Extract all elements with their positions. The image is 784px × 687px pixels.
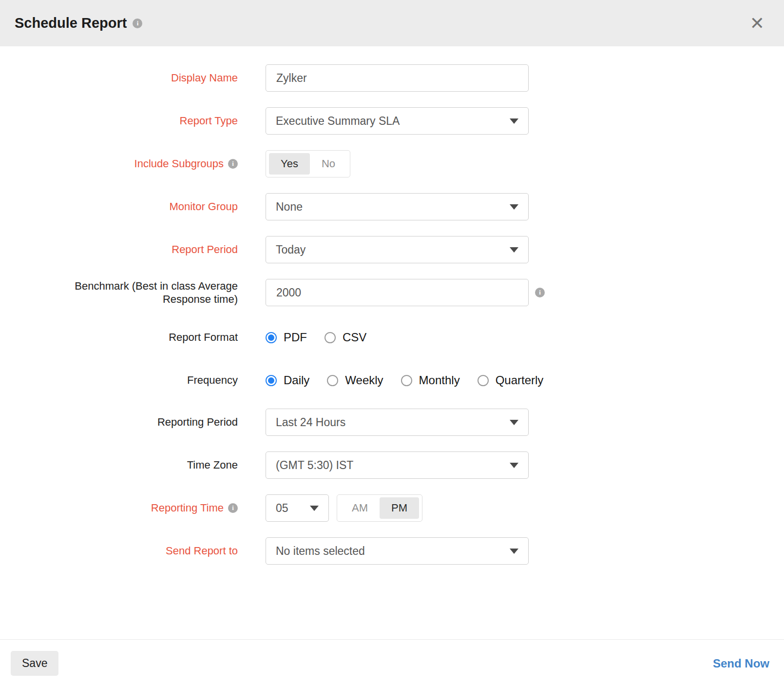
report-format-label: Report Format <box>169 331 238 344</box>
radio-icon[interactable] <box>325 332 336 343</box>
reporting-time-hour-value: 05 <box>276 502 288 515</box>
schedule-report-modal: Schedule Report i ✕ Display Name Report … <box>0 0 784 687</box>
radio-icon[interactable] <box>266 375 277 386</box>
benchmark-label: Benchmark (Best in class Average Respons… <box>52 279 238 306</box>
chevron-down-icon <box>510 204 518 210</box>
info-icon[interactable]: i <box>535 288 545 297</box>
chevron-down-icon <box>310 506 319 511</box>
row-display-name: Display Name <box>0 64 784 92</box>
row-report-period: Report Period Today <box>0 236 784 263</box>
frequency-daily-label: Daily <box>284 373 309 387</box>
reporting-period-select[interactable]: Last 24 Hours <box>266 409 529 436</box>
row-send-report-to: Send Report to No items selected <box>0 537 784 565</box>
row-report-format: Report Format PDF CSV <box>0 331 784 344</box>
frequency-option-daily[interactable]: Daily <box>266 373 309 387</box>
report-format-csv-label: CSV <box>343 331 366 344</box>
close-icon[interactable]: ✕ <box>745 15 769 32</box>
row-benchmark: Benchmark (Best in class Average Respons… <box>0 279 784 306</box>
send-now-link[interactable]: Send Now <box>713 657 769 670</box>
report-type-select[interactable]: Executive Summary SLA <box>266 107 529 135</box>
report-format-pdf-label: PDF <box>284 331 307 344</box>
frequency-option-monthly[interactable]: Monthly <box>401 373 460 387</box>
monitor-group-label: Monitor Group <box>169 200 238 214</box>
include-subgroups-label-col: Include Subgroups i <box>0 157 238 171</box>
benchmark-label-col: Benchmark (Best in class Average Respons… <box>0 279 238 306</box>
time-zone-label-col: Time Zone <box>0 458 238 472</box>
info-icon[interactable]: i <box>228 159 238 169</box>
frequency-option-quarterly[interactable]: Quarterly <box>478 373 544 387</box>
send-report-to-select[interactable]: No items selected <box>266 537 529 565</box>
benchmark-input[interactable] <box>266 279 529 306</box>
report-format-option-pdf[interactable]: PDF <box>266 331 307 344</box>
report-type-label: Report Type <box>180 114 238 128</box>
modal-header: Schedule Report i ✕ <box>0 0 784 46</box>
row-monitor-group: Monitor Group None <box>0 193 784 220</box>
info-icon[interactable]: i <box>133 19 142 28</box>
modal-footer: Save Send Now <box>0 639 784 687</box>
info-icon[interactable]: i <box>228 503 238 513</box>
monitor-group-select[interactable]: None <box>266 193 529 220</box>
frequency-quarterly-label: Quarterly <box>496 373 544 387</box>
report-period-value: Today <box>276 243 306 256</box>
chevron-down-icon <box>510 247 518 253</box>
frequency-option-weekly[interactable]: Weekly <box>327 373 383 387</box>
report-format-label-col: Report Format <box>0 331 238 344</box>
include-subgroups-no-option[interactable]: No <box>310 153 347 175</box>
frequency-label: Frequency <box>187 373 238 387</box>
radio-icon[interactable] <box>266 332 277 343</box>
reporting-period-value: Last 24 Hours <box>276 416 345 429</box>
report-period-select[interactable]: Today <box>266 236 529 263</box>
meridiem-am-option[interactable]: AM <box>340 497 380 519</box>
monitor-group-value: None <box>276 200 303 214</box>
radio-icon[interactable] <box>478 375 489 386</box>
monitor-group-label-col: Monitor Group <box>0 200 238 214</box>
row-include-subgroups: Include Subgroups i Yes No <box>0 150 784 177</box>
frequency-weekly-label: Weekly <box>345 373 383 387</box>
row-reporting-period: Reporting Period Last 24 Hours <box>0 409 784 436</box>
include-subgroups-yes-option[interactable]: Yes <box>269 153 310 175</box>
chevron-down-icon <box>510 549 518 554</box>
reporting-period-label: Reporting Period <box>157 415 238 429</box>
frequency-monthly-label: Monthly <box>419 373 460 387</box>
meridiem-pm-option[interactable]: PM <box>380 497 419 519</box>
reporting-time-label-col: Reporting Time i <box>0 501 238 515</box>
radio-icon[interactable] <box>401 375 412 386</box>
reporting-time-hour-select[interactable]: 05 <box>266 494 329 522</box>
chevron-down-icon <box>510 118 518 124</box>
report-period-label-col: Report Period <box>0 243 238 256</box>
display-name-label-col: Display Name <box>0 71 238 85</box>
frequency-label-col: Frequency <box>0 373 238 387</box>
row-time-zone: Time Zone (GMT 5:30) IST <box>0 451 784 479</box>
time-zone-label: Time Zone <box>187 458 238 472</box>
time-zone-select[interactable]: (GMT 5:30) IST <box>266 451 529 479</box>
display-name-label: Display Name <box>171 71 238 85</box>
meridiem-toggle: AM PM <box>337 494 422 522</box>
send-report-to-value: No items selected <box>276 545 365 558</box>
send-report-to-label: Send Report to <box>166 544 238 558</box>
include-subgroups-toggle: Yes No <box>266 150 350 177</box>
display-name-input[interactable] <box>266 64 529 92</box>
chevron-down-icon <box>510 463 518 468</box>
reporting-period-label-col: Reporting Period <box>0 415 238 429</box>
chevron-down-icon <box>510 420 518 425</box>
row-reporting-time: Reporting Time i 05 AM PM <box>0 494 784 522</box>
row-frequency: Frequency Daily Weekly Monthly Quarterl <box>0 373 784 387</box>
page-title: Schedule Report <box>15 15 127 31</box>
report-type-value: Executive Summary SLA <box>276 115 400 128</box>
schedule-report-form: Display Name Report Type Executive Summa… <box>0 46 784 639</box>
report-format-option-csv[interactable]: CSV <box>325 331 366 344</box>
send-report-to-label-col: Send Report to <box>0 544 238 558</box>
save-button[interactable]: Save <box>11 651 58 676</box>
row-report-type: Report Type Executive Summary SLA <box>0 107 784 135</box>
reporting-time-label: Reporting Time <box>151 501 224 515</box>
time-zone-value: (GMT 5:30) IST <box>276 459 353 472</box>
report-type-label-col: Report Type <box>0 114 238 128</box>
include-subgroups-label: Include Subgroups <box>134 157 224 171</box>
radio-icon[interactable] <box>327 375 338 386</box>
report-period-label: Report Period <box>172 243 238 256</box>
